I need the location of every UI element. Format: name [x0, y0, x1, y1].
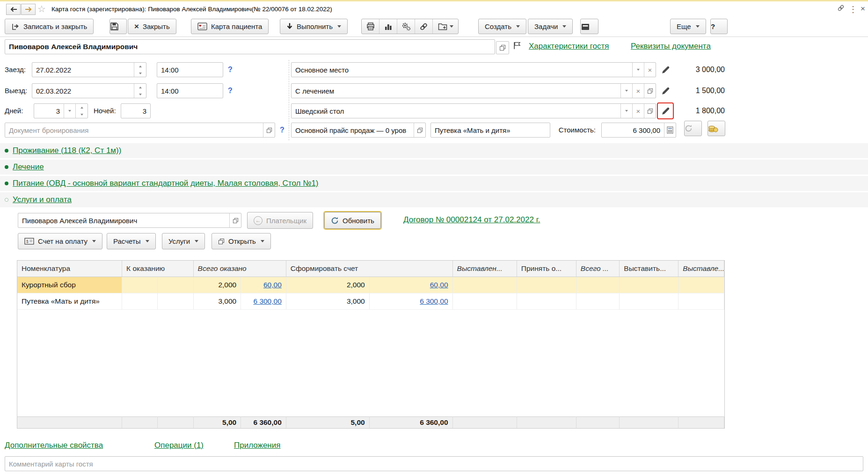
departure-date-spinner[interactable] — [134, 84, 146, 98]
services-table-body: Курортный сбор 2,000 60,00 2,000 60,00 П… — [17, 277, 724, 310]
col-accept[interactable]: Принять о... — [517, 261, 576, 277]
buffet-clear-button[interactable]: × — [632, 104, 644, 118]
treatment-open-button[interactable] — [644, 84, 656, 98]
attached-links-button[interactable] — [415, 19, 433, 34]
treatment-value[interactable]: С лечением — [292, 84, 620, 98]
sum-invoice-link[interactable]: 60,00 — [430, 281, 448, 289]
print-button[interactable] — [362, 19, 379, 34]
back-button[interactable] — [6, 4, 21, 15]
nights-input[interactable] — [121, 104, 150, 118]
attachments-link[interactable]: Приложения — [234, 441, 280, 450]
price-list-open-button[interactable] — [414, 123, 425, 137]
booking-open-button[interactable] — [263, 123, 275, 137]
printer-icon — [366, 22, 375, 31]
meals-link[interactable]: Питание (ОВД - основной вариант стандарт… — [13, 179, 319, 188]
get-link-icon[interactable] — [836, 4, 846, 14]
cost-label: Стоимость: — [554, 123, 596, 138]
save-and-close-button[interactable]: Записать и закрыть — [5, 19, 94, 34]
reports-button[interactable] — [379, 19, 397, 34]
refresh-button[interactable]: Обновить — [324, 212, 381, 229]
days-dropdown-button[interactable] — [64, 104, 75, 118]
guest-name-input[interactable] — [5, 40, 495, 54]
payer-open-button[interactable] — [229, 213, 241, 227]
col-issued2[interactable]: Выставле... — [678, 261, 724, 277]
main-place-dropdown-button[interactable] — [632, 63, 644, 77]
execute-button[interactable]: Выполнить — [280, 19, 348, 34]
cost-input[interactable] — [602, 123, 664, 137]
services-button[interactable]: Услуги — [162, 233, 205, 249]
buffet-value[interactable]: Шведский стол — [292, 104, 620, 118]
days-input[interactable] — [34, 104, 64, 118]
col-form-invoice[interactable]: Сформировать счет — [286, 261, 452, 277]
departure-help-link[interactable]: ? — [228, 83, 233, 98]
booking-help-link[interactable]: ? — [280, 123, 284, 138]
col-issued[interactable]: Выставлен... — [452, 261, 517, 277]
price-list-value[interactable]: Основной прайс продаж — 0 уров — [292, 123, 414, 137]
archive-button[interactable] — [580, 19, 598, 34]
main-place-value[interactable]: Основное место — [292, 63, 632, 77]
main-place-clear-button[interactable]: × — [644, 63, 656, 77]
attach-file-button[interactable] — [433, 19, 458, 34]
arrival-time-input[interactable] — [157, 63, 223, 77]
help-label: ? — [711, 22, 715, 30]
col-total-provided[interactable]: Всего оказано — [193, 261, 286, 277]
arrow-left-icon — [10, 7, 17, 12]
create-button[interactable]: Создать — [478, 19, 526, 34]
refresh-button-label: Обновить — [343, 217, 374, 225]
contract-link[interactable]: Договор № 00002124 от 27.02.2022 г. — [403, 215, 540, 225]
days-spinner[interactable] — [75, 104, 88, 118]
table-row[interactable]: Курортный сбор 2,000 60,00 2,000 60,00 — [17, 277, 724, 293]
guest-open-button[interactable] — [496, 41, 509, 54]
sum-provided-link[interactable]: 6 300,00 — [253, 297, 281, 305]
guest-characteristics-link[interactable]: Характеристики гостя — [529, 42, 609, 51]
sum-provided-link[interactable]: 60,00 — [263, 281, 282, 289]
payment-button[interactable] — [708, 121, 725, 136]
favorite-star-icon[interactable]: ☆ — [37, 3, 46, 15]
save-button[interactable] — [109, 19, 127, 34]
payer-button[interactable]: ← Плательщик — [247, 212, 313, 229]
forward-button[interactable] — [21, 4, 36, 15]
close-button[interactable]: × Закрыть — [128, 19, 176, 34]
section-services-payment: Услуги и оплата — [0, 192, 868, 207]
form-splitter[interactable] — [289, 60, 289, 140]
col-total[interactable]: Всего ... — [576, 261, 619, 277]
col-issue[interactable]: Выставить... — [620, 261, 678, 277]
col-nomenclature[interactable]: Номенклатура — [17, 261, 122, 277]
calculator-button[interactable] — [664, 123, 676, 137]
calculations-button[interactable]: Расчеты — [107, 233, 156, 249]
booking-document-input[interactable] — [5, 123, 263, 137]
window-close-icon[interactable]: × — [859, 4, 867, 14]
services-payment-link[interactable]: Услуги и оплата — [13, 195, 72, 204]
document-requisites-link[interactable]: Реквизиты документа — [631, 42, 711, 51]
buffet-open-button[interactable] — [644, 104, 656, 118]
arrival-date-input[interactable] — [32, 63, 134, 77]
voucher-value[interactable]: Путевка «Мать и дитя» — [431, 123, 550, 137]
table-row[interactable]: Путевка «Мать и дитя» 3,000 6 300,00 3,0… — [17, 293, 724, 310]
more-button[interactable]: Еще — [670, 19, 706, 34]
invoice-button[interactable]: $ Счет на оплату — [18, 233, 102, 249]
additional-properties-link[interactable]: Дополнительные свойства — [5, 441, 103, 450]
settings-button[interactable] — [397, 19, 415, 34]
patient-card-button[interactable]: Карта пациента — [191, 19, 269, 34]
treatment-link[interactable]: Лечение — [13, 162, 44, 172]
payer-field — [18, 213, 241, 228]
arrival-date-spinner[interactable] — [134, 63, 146, 77]
kebab-menu-icon[interactable]: ⋮ — [849, 4, 855, 15]
flag-button[interactable] — [513, 41, 522, 51]
treatment-clear-button[interactable]: × — [632, 84, 644, 98]
comment-input[interactable] — [5, 457, 863, 471]
sum-invoice-link[interactable]: 6 300,00 — [420, 297, 448, 305]
arrival-help-link[interactable]: ? — [228, 62, 233, 77]
departure-date-input[interactable] — [32, 84, 134, 98]
accommodation-link[interactable]: Проживание (118 (К2, Ст 1м)) — [13, 146, 121, 155]
open-button[interactable]: Открыть — [212, 233, 271, 249]
operations-link[interactable]: Операции (1) — [154, 441, 204, 450]
payer-input[interactable] — [18, 213, 229, 227]
buffet-dropdown-button[interactable] — [620, 104, 632, 118]
departure-time-input[interactable] — [157, 84, 223, 98]
recalculate-button[interactable] — [684, 121, 702, 136]
treatment-dropdown-button[interactable] — [620, 84, 632, 98]
tasks-button[interactable]: Задачи — [528, 19, 573, 34]
col-to-provide[interactable]: К оказанию — [122, 261, 193, 277]
help-button[interactable]: ? — [710, 19, 728, 34]
